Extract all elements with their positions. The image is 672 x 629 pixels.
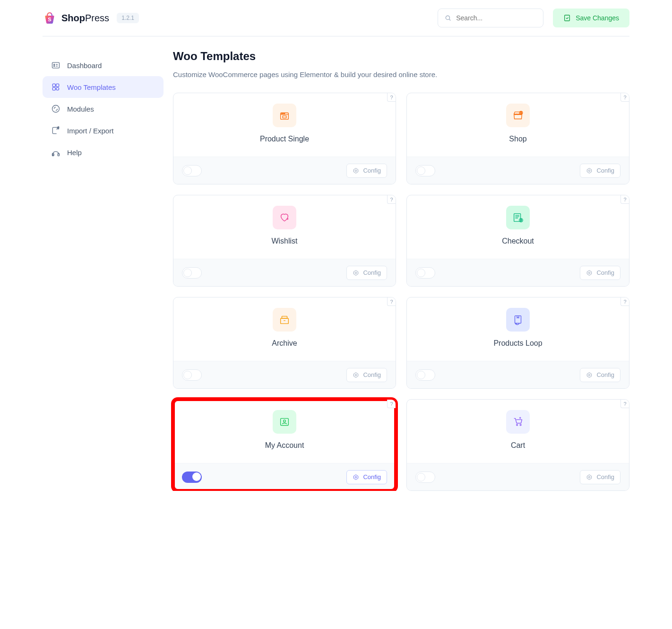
- card-title: Wishlist: [271, 237, 297, 245]
- svg-rect-2: [565, 15, 570, 21]
- config-label: Config: [596, 371, 614, 378]
- brand: S ShopPress 1.2.1: [43, 11, 139, 25]
- sidebar-item-label: Help: [67, 149, 82, 157]
- toggle-my-account[interactable]: [182, 472, 202, 483]
- card-title: Products Loop: [493, 339, 542, 348]
- svg-point-20: [284, 114, 284, 114]
- svg-point-31: [355, 272, 357, 274]
- svg-point-51: [355, 476, 357, 478]
- gear-icon: [586, 372, 593, 378]
- toggle-archive[interactable]: [182, 369, 202, 381]
- toggle-product-single[interactable]: [182, 165, 202, 176]
- version-badge: 1.2.1: [117, 13, 139, 23]
- template-card-cart: ?CartConfig: [406, 399, 629, 491]
- toggle-checkout[interactable]: [415, 267, 435, 279]
- template-card-products-loop: ?Products LoopConfig: [406, 297, 629, 389]
- sidebar-item-modules[interactable]: Modules: [43, 98, 164, 120]
- svg-point-53: [520, 424, 521, 426]
- card-title: Checkout: [502, 237, 534, 245]
- svg-point-1: [446, 16, 449, 19]
- brand-name: ShopPress: [61, 13, 109, 24]
- svg-text:$: $: [520, 219, 522, 221]
- svg-rect-40: [281, 318, 289, 323]
- config-button-my-account[interactable]: Config: [346, 470, 387, 484]
- help-icon[interactable]: ?: [387, 400, 396, 408]
- svg-marker-56: [587, 474, 592, 480]
- svg-point-44: [355, 374, 357, 376]
- sidebar-item-label: Woo Templates: [67, 83, 116, 91]
- card-title: Product Single: [260, 135, 309, 143]
- help-icon[interactable]: ?: [387, 93, 396, 102]
- gear-icon: [586, 474, 593, 480]
- toggle-products-loop[interactable]: [415, 369, 435, 381]
- help-icon[interactable]: ?: [387, 297, 396, 306]
- sidebar-item-label: Dashboard: [67, 61, 102, 70]
- svg-marker-26: [587, 168, 592, 173]
- template-card-shop: ?$ShopConfig: [406, 93, 629, 184]
- help-icon[interactable]: ?: [387, 195, 396, 204]
- checkout-icon: $: [506, 206, 530, 229]
- config-button-archive[interactable]: Config: [346, 368, 387, 382]
- gear-icon: [353, 372, 359, 378]
- svg-marker-38: [587, 270, 592, 275]
- config-button-products-loop[interactable]: Config: [580, 368, 620, 382]
- svg-point-27: [589, 170, 591, 172]
- page-subtitle: Customize WooCommerce pages using Elemen…: [173, 70, 629, 79]
- svg-point-19: [283, 114, 283, 114]
- svg-point-12: [52, 105, 60, 113]
- config-button-product-single[interactable]: Config: [346, 164, 387, 178]
- svg-rect-45: [515, 316, 521, 323]
- config-button-wishlist[interactable]: Config: [346, 266, 387, 280]
- config-button-shop[interactable]: Config: [580, 164, 620, 178]
- svg-point-57: [589, 476, 591, 478]
- svg-rect-8: [52, 84, 55, 87]
- toggle-wishlist[interactable]: [182, 267, 202, 279]
- svg-point-47: [589, 374, 591, 376]
- search-input-wrapper[interactable]: [438, 9, 543, 27]
- dashboard-icon: [51, 61, 60, 70]
- config-button-checkout[interactable]: Config: [580, 266, 620, 280]
- archive-icon: [273, 308, 296, 332]
- svg-marker-50: [354, 474, 358, 480]
- svg-marker-22: [354, 168, 358, 173]
- gear-icon: [353, 270, 359, 276]
- svg-rect-10: [52, 87, 55, 90]
- config-label: Config: [363, 371, 381, 378]
- config-label: Config: [596, 167, 614, 174]
- toggle-shop[interactable]: [415, 165, 435, 176]
- template-card-wishlist: ?WishlistConfig: [173, 195, 396, 287]
- config-label: Config: [363, 269, 381, 276]
- gear-icon: [353, 474, 359, 480]
- svg-point-52: [517, 424, 518, 426]
- sidebar: Dashboard Woo Templates Modules Import /…: [43, 50, 173, 491]
- sidebar-item-help[interactable]: Help: [43, 141, 164, 163]
- sidebar-item-label: Modules: [67, 105, 94, 113]
- toggle-cart[interactable]: [415, 472, 435, 483]
- search-input[interactable]: [456, 14, 536, 22]
- template-card-my-account: ?My AccountConfig: [173, 399, 396, 491]
- svg-marker-46: [587, 372, 592, 377]
- sidebar-item-label: Import / Export: [67, 127, 113, 135]
- svg-marker-43: [354, 372, 358, 377]
- help-icon[interactable]: ?: [620, 400, 629, 408]
- config-label: Config: [363, 167, 381, 174]
- help-icon[interactable]: ?: [620, 93, 629, 102]
- gear-icon: [586, 270, 593, 276]
- wishlist-icon: [273, 206, 296, 229]
- config-label: Config: [596, 473, 614, 480]
- sidebar-item-dashboard[interactable]: Dashboard: [43, 54, 164, 76]
- svg-point-4: [54, 64, 55, 65]
- products-loop-icon: [506, 308, 530, 332]
- svg-point-39: [589, 272, 591, 274]
- page-title: Woo Templates: [173, 50, 629, 63]
- sidebar-item-woo-templates[interactable]: Woo Templates: [43, 76, 164, 98]
- svg-marker-30: [354, 270, 358, 275]
- save-changes-button[interactable]: Save Changes: [553, 9, 629, 27]
- svg-point-23: [355, 170, 357, 172]
- help-icon[interactable]: ?: [620, 195, 629, 204]
- sidebar-item-import-export[interactable]: Import / Export: [43, 120, 164, 141]
- svg-rect-9: [56, 84, 59, 87]
- config-button-cart[interactable]: Config: [580, 470, 620, 484]
- help-icon[interactable]: ?: [620, 297, 629, 306]
- svg-point-49: [284, 420, 286, 422]
